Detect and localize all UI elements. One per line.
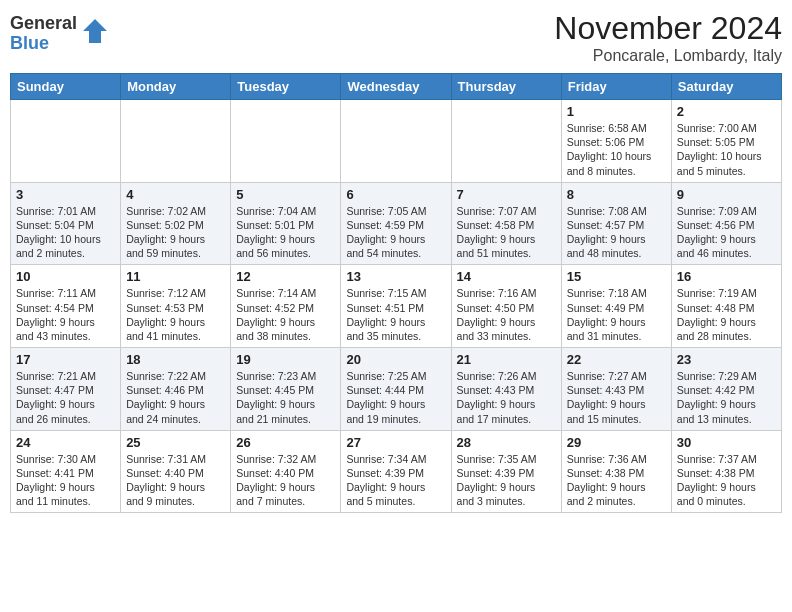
day-cell-w2-d1: 3Sunrise: 7:01 AMSunset: 5:04 PMDaylight… xyxy=(11,182,121,265)
day-number: 2 xyxy=(677,104,776,119)
day-cell-w1-d7: 2Sunrise: 7:00 AMSunset: 5:05 PMDaylight… xyxy=(671,100,781,183)
day-number: 1 xyxy=(567,104,666,119)
day-info: Sunrise: 7:15 AMSunset: 4:51 PMDaylight:… xyxy=(346,286,445,343)
day-cell-w3-d6: 15Sunrise: 7:18 AMSunset: 4:49 PMDayligh… xyxy=(561,265,671,348)
day-info: Sunrise: 7:16 AMSunset: 4:50 PMDaylight:… xyxy=(457,286,556,343)
day-cell-w5-d5: 28Sunrise: 7:35 AMSunset: 4:39 PMDayligh… xyxy=(451,430,561,513)
day-number: 15 xyxy=(567,269,666,284)
day-cell-w3-d3: 12Sunrise: 7:14 AMSunset: 4:52 PMDayligh… xyxy=(231,265,341,348)
day-info: Sunrise: 7:35 AMSunset: 4:39 PMDaylight:… xyxy=(457,452,556,509)
day-cell-w4-d3: 19Sunrise: 7:23 AMSunset: 4:45 PMDayligh… xyxy=(231,348,341,431)
day-info: Sunrise: 7:04 AMSunset: 5:01 PMDaylight:… xyxy=(236,204,335,261)
col-monday: Monday xyxy=(121,74,231,100)
header: General Blue November 2024 Poncarale, Lo… xyxy=(10,10,782,65)
day-number: 22 xyxy=(567,352,666,367)
day-number: 10 xyxy=(16,269,115,284)
day-cell-w3-d2: 11Sunrise: 7:12 AMSunset: 4:53 PMDayligh… xyxy=(121,265,231,348)
day-info: Sunrise: 7:23 AMSunset: 4:45 PMDaylight:… xyxy=(236,369,335,426)
day-info: Sunrise: 7:11 AMSunset: 4:54 PMDaylight:… xyxy=(16,286,115,343)
day-number: 7 xyxy=(457,187,556,202)
subtitle: Poncarale, Lombardy, Italy xyxy=(554,47,782,65)
col-thursday: Thursday xyxy=(451,74,561,100)
day-number: 26 xyxy=(236,435,335,450)
day-info: Sunrise: 7:01 AMSunset: 5:04 PMDaylight:… xyxy=(16,204,115,261)
day-info: Sunrise: 7:08 AMSunset: 4:57 PMDaylight:… xyxy=(567,204,666,261)
day-number: 20 xyxy=(346,352,445,367)
day-cell-w2-d7: 9Sunrise: 7:09 AMSunset: 4:56 PMDaylight… xyxy=(671,182,781,265)
day-cell-w2-d2: 4Sunrise: 7:02 AMSunset: 5:02 PMDaylight… xyxy=(121,182,231,265)
day-cell-w4-d6: 22Sunrise: 7:27 AMSunset: 4:43 PMDayligh… xyxy=(561,348,671,431)
day-info: Sunrise: 7:18 AMSunset: 4:49 PMDaylight:… xyxy=(567,286,666,343)
day-number: 28 xyxy=(457,435,556,450)
day-cell-w5-d7: 30Sunrise: 7:37 AMSunset: 4:38 PMDayligh… xyxy=(671,430,781,513)
day-cell-w4-d1: 17Sunrise: 7:21 AMSunset: 4:47 PMDayligh… xyxy=(11,348,121,431)
day-info: Sunrise: 7:12 AMSunset: 4:53 PMDaylight:… xyxy=(126,286,225,343)
day-number: 5 xyxy=(236,187,335,202)
day-info: Sunrise: 7:09 AMSunset: 4:56 PMDaylight:… xyxy=(677,204,776,261)
day-number: 13 xyxy=(346,269,445,284)
week-row-5: 24Sunrise: 7:30 AMSunset: 4:41 PMDayligh… xyxy=(11,430,782,513)
day-cell-w4-d7: 23Sunrise: 7:29 AMSunset: 4:42 PMDayligh… xyxy=(671,348,781,431)
day-info: Sunrise: 7:36 AMSunset: 4:38 PMDaylight:… xyxy=(567,452,666,509)
day-info: Sunrise: 7:22 AMSunset: 4:46 PMDaylight:… xyxy=(126,369,225,426)
day-cell-w5-d1: 24Sunrise: 7:30 AMSunset: 4:41 PMDayligh… xyxy=(11,430,121,513)
main-title: November 2024 xyxy=(554,10,782,47)
col-wednesday: Wednesday xyxy=(341,74,451,100)
day-info: Sunrise: 6:58 AMSunset: 5:06 PMDaylight:… xyxy=(567,121,666,178)
day-number: 18 xyxy=(126,352,225,367)
day-cell-w2-d4: 6Sunrise: 7:05 AMSunset: 4:59 PMDaylight… xyxy=(341,182,451,265)
day-info: Sunrise: 7:34 AMSunset: 4:39 PMDaylight:… xyxy=(346,452,445,509)
day-number: 17 xyxy=(16,352,115,367)
day-number: 14 xyxy=(457,269,556,284)
day-cell-w5-d2: 25Sunrise: 7:31 AMSunset: 4:40 PMDayligh… xyxy=(121,430,231,513)
week-row-4: 17Sunrise: 7:21 AMSunset: 4:47 PMDayligh… xyxy=(11,348,782,431)
calendar-header-row: Sunday Monday Tuesday Wednesday Thursday… xyxy=(11,74,782,100)
day-info: Sunrise: 7:14 AMSunset: 4:52 PMDaylight:… xyxy=(236,286,335,343)
day-info: Sunrise: 7:02 AMSunset: 5:02 PMDaylight:… xyxy=(126,204,225,261)
day-cell-w1-d6: 1Sunrise: 6:58 AMSunset: 5:06 PMDaylight… xyxy=(561,100,671,183)
day-info: Sunrise: 7:21 AMSunset: 4:47 PMDaylight:… xyxy=(16,369,115,426)
title-block: November 2024 Poncarale, Lombardy, Italy xyxy=(554,10,782,65)
day-info: Sunrise: 7:19 AMSunset: 4:48 PMDaylight:… xyxy=(677,286,776,343)
day-info: Sunrise: 7:29 AMSunset: 4:42 PMDaylight:… xyxy=(677,369,776,426)
day-info: Sunrise: 7:25 AMSunset: 4:44 PMDaylight:… xyxy=(346,369,445,426)
day-info: Sunrise: 7:07 AMSunset: 4:58 PMDaylight:… xyxy=(457,204,556,261)
day-cell-w1-d3 xyxy=(231,100,341,183)
col-tuesday: Tuesday xyxy=(231,74,341,100)
day-number: 6 xyxy=(346,187,445,202)
day-number: 19 xyxy=(236,352,335,367)
week-row-3: 10Sunrise: 7:11 AMSunset: 4:54 PMDayligh… xyxy=(11,265,782,348)
day-number: 29 xyxy=(567,435,666,450)
day-cell-w5-d6: 29Sunrise: 7:36 AMSunset: 4:38 PMDayligh… xyxy=(561,430,671,513)
day-cell-w2-d6: 8Sunrise: 7:08 AMSunset: 4:57 PMDaylight… xyxy=(561,182,671,265)
day-cell-w3-d5: 14Sunrise: 7:16 AMSunset: 4:50 PMDayligh… xyxy=(451,265,561,348)
day-info: Sunrise: 7:27 AMSunset: 4:43 PMDaylight:… xyxy=(567,369,666,426)
day-number: 11 xyxy=(126,269,225,284)
day-cell-w3-d4: 13Sunrise: 7:15 AMSunset: 4:51 PMDayligh… xyxy=(341,265,451,348)
day-number: 23 xyxy=(677,352,776,367)
day-info: Sunrise: 7:26 AMSunset: 4:43 PMDaylight:… xyxy=(457,369,556,426)
day-cell-w3-d1: 10Sunrise: 7:11 AMSunset: 4:54 PMDayligh… xyxy=(11,265,121,348)
day-cell-w5-d4: 27Sunrise: 7:34 AMSunset: 4:39 PMDayligh… xyxy=(341,430,451,513)
day-cell-w2-d5: 7Sunrise: 7:07 AMSunset: 4:58 PMDaylight… xyxy=(451,182,561,265)
day-number: 25 xyxy=(126,435,225,450)
day-cell-w3-d7: 16Sunrise: 7:19 AMSunset: 4:48 PMDayligh… xyxy=(671,265,781,348)
day-info: Sunrise: 7:00 AMSunset: 5:05 PMDaylight:… xyxy=(677,121,776,178)
day-cell-w1-d1 xyxy=(11,100,121,183)
day-number: 4 xyxy=(126,187,225,202)
logo: General Blue xyxy=(10,14,109,54)
day-number: 16 xyxy=(677,269,776,284)
day-number: 30 xyxy=(677,435,776,450)
day-cell-w1-d4 xyxy=(341,100,451,183)
day-number: 3 xyxy=(16,187,115,202)
logo-general: General xyxy=(10,14,77,34)
week-row-2: 3Sunrise: 7:01 AMSunset: 5:04 PMDaylight… xyxy=(11,182,782,265)
day-number: 12 xyxy=(236,269,335,284)
col-friday: Friday xyxy=(561,74,671,100)
day-cell-w5-d3: 26Sunrise: 7:32 AMSunset: 4:40 PMDayligh… xyxy=(231,430,341,513)
week-row-1: 1Sunrise: 6:58 AMSunset: 5:06 PMDaylight… xyxy=(11,100,782,183)
svg-marker-0 xyxy=(83,19,107,43)
day-cell-w4-d5: 21Sunrise: 7:26 AMSunset: 4:43 PMDayligh… xyxy=(451,348,561,431)
logo-text: General Blue xyxy=(10,14,77,54)
day-info: Sunrise: 7:32 AMSunset: 4:40 PMDaylight:… xyxy=(236,452,335,509)
